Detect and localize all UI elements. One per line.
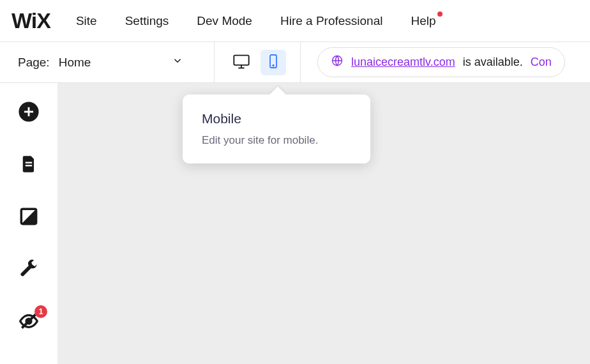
tooltip-body: Edit your site for mobile. [202,134,351,147]
page-selector[interactable]: Page: Home [0,42,214,82]
svg-point-4 [273,64,274,66]
globe-icon [331,54,344,70]
tools-button[interactable] [18,259,40,281]
domain-availability-pill[interactable]: lunaicecreamtlv.com is available. Con [317,47,565,77]
left-sidebar: 1 [0,83,57,364]
menu-site[interactable]: Site [76,14,97,28]
hidden-elements-badge: 1 [34,305,47,318]
desktop-icon [232,52,250,73]
menu-dev-mode[interactable]: Dev Mode [197,14,252,28]
plus-circle-icon [18,101,40,125]
wix-logo[interactable]: WiX [11,8,50,33]
svg-rect-10 [26,162,32,163]
pages-button[interactable] [18,155,40,176]
notification-dot-icon [437,11,442,17]
hidden-elements-button[interactable]: 1 [18,312,40,333]
design-icon [20,208,38,228]
add-element-button[interactable] [18,102,40,124]
page-selector-value: Home [59,56,91,70]
svg-rect-0 [234,55,248,64]
domain-area: lunaicecreamtlv.com is available. Con [301,47,590,77]
main-menu: Site Settings Dev Mode Hire a Profession… [76,14,436,28]
menu-help-label: Help [411,14,435,27]
domain-available-text: is available. [463,56,523,69]
tooltip-title: Mobile [202,111,351,126]
device-switcher [214,42,301,82]
menu-settings[interactable]: Settings [125,14,169,28]
editor-main: 1 Mobile Edit your site for mobile. [0,83,590,364]
editor-toolbar: Page: Home lunaicecreamtlv.com is availa… [0,42,590,83]
mobile-icon [266,54,281,72]
desktop-view-button[interactable] [229,50,254,75]
top-menu-bar: WiX Site Settings Dev Mode Hire a Profes… [0,0,590,42]
menu-help[interactable]: Help [411,14,435,28]
editor-canvas[interactable]: Mobile Edit your site for mobile. [57,83,590,364]
menu-hire-professional[interactable]: Hire a Professional [280,14,383,28]
page-selector-label: Page: [18,56,50,70]
page-icon [20,155,38,176]
domain-url[interactable]: lunaicecreamtlv.com [351,56,455,69]
mobile-view-button[interactable] [261,50,286,75]
design-button[interactable] [18,207,40,229]
wrench-icon [19,259,38,281]
chevron-down-icon [172,55,183,70]
domain-cta[interactable]: Con [531,56,552,69]
mobile-tooltip: Mobile Edit your site for mobile. [183,95,370,163]
svg-rect-11 [26,165,32,166]
